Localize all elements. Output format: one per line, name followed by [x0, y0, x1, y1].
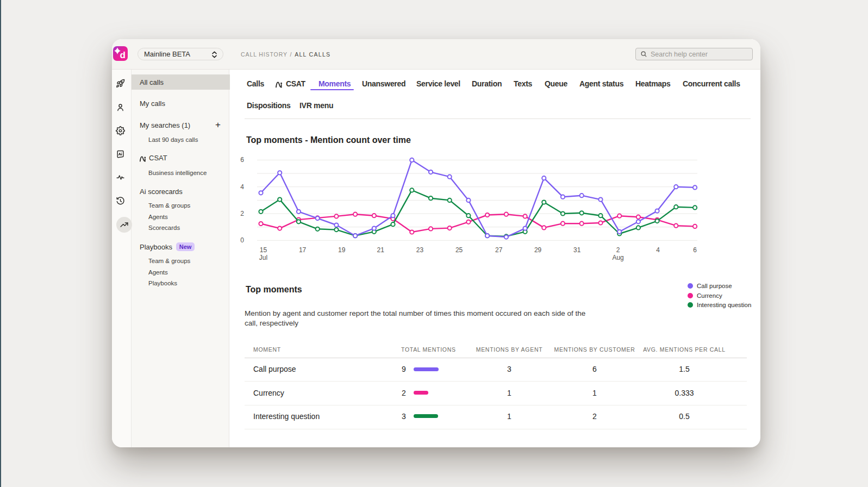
svg-text:d: d [120, 50, 125, 60]
